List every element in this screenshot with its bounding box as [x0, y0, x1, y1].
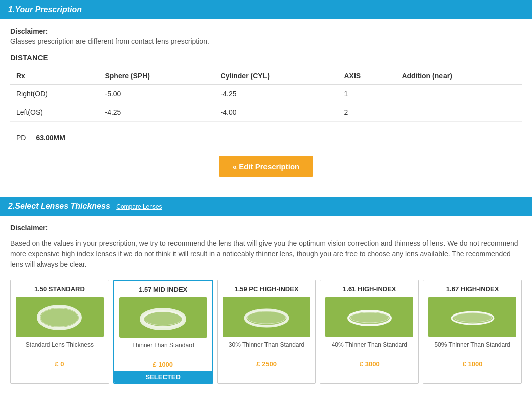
lens-img-159 [223, 297, 311, 337]
row-left-sphere: -4.25 [99, 103, 214, 122]
lens-cards-container: 1.50 STANDARD Standard Lens Thickness £ … [10, 280, 522, 384]
lens-img-150 [16, 297, 104, 337]
svg-point-5 [247, 311, 286, 324]
col-cylinder: Cylinder (CYL) [215, 68, 338, 85]
lens-visual-161 [344, 303, 395, 331]
section2-header: 2.Select Lenses Thickness Compare Lenses [0, 197, 532, 216]
lens-card-150-title: 1.50 STANDARD [16, 285, 104, 293]
table-row: Left(OS) -4.25 -4.00 2 [10, 103, 522, 122]
lens-card-157-price: £ 1000 [119, 361, 207, 368]
lens-card-157-subtitle: Thinner Than Standard [119, 342, 207, 358]
table-row: Right(OD) -5.00 -4.25 1 [10, 85, 522, 103]
compare-lenses-link[interactable]: Compare Lenses [116, 203, 162, 210]
distance-label: DISTANCE [10, 53, 522, 62]
lens-visual-167 [448, 303, 498, 331]
lens-card-150[interactable]: 1.50 STANDARD Standard Lens Thickness £ … [10, 280, 109, 384]
edit-prescription-button[interactable]: « Edit Prescription [219, 156, 314, 177]
lens-card-159[interactable]: 1.59 PC HIGH-INDEX 30% Thinner Than Stan… [217, 280, 316, 384]
row-left-rx: Left(OS) [10, 103, 99, 122]
lens-description: Based on the values in your prescription… [10, 238, 522, 270]
lens-card-167-price: £ 1000 [428, 360, 516, 368]
pd-value: 63.00MM [36, 134, 65, 142]
row-right-addition [396, 85, 522, 103]
section2-title: 2.Select Lenses Thickness [8, 202, 110, 210]
disclaimer-label: Disclaimer: [10, 27, 522, 35]
svg-point-7 [350, 312, 389, 323]
lens-card-157-title: 1.57 MID INDEX [119, 286, 207, 293]
prescription-section: Disclaimer: Glasses prescription are dif… [0, 19, 532, 197]
lens-card-157[interactable]: 1.57 MID INDEX Thinner Than Standard £ 1… [113, 280, 213, 384]
lens-visual-159 [241, 303, 292, 331]
lens-card-167-title: 1.67 HIGH-INDEX [428, 285, 516, 293]
row-right-cylinder: -4.25 [215, 85, 338, 103]
lens-card-161[interactable]: 1.61 HIGH-INDEX 40% Thinner Than Standar… [320, 280, 419, 384]
disclaimer-text: Glasses prescription are different from … [10, 37, 522, 45]
lens-card-161-price: £ 3000 [325, 360, 413, 368]
row-right-rx: Right(OD) [10, 85, 99, 103]
lens-disclaimer-label: Disclaimer: [10, 224, 48, 232]
prescription-table: Rx Sphere (SPH) Cylinder (CYL) AXIS Addi… [10, 68, 522, 122]
col-addition: Addition (near) [396, 68, 522, 85]
col-rx: Rx [10, 68, 99, 85]
lens-selected-badge-157: SELECTED [114, 371, 212, 383]
section1-header: 1.Your Prescription [0, 0, 532, 19]
row-left-cylinder: -4.00 [215, 103, 338, 122]
lens-disclaimer: Disclaimer: [10, 224, 522, 232]
svg-point-3 [144, 311, 182, 325]
row-left-axis: 2 [338, 103, 396, 122]
lens-selection-section: Disclaimer: Based on the values in your … [0, 216, 532, 394]
section1-title: 1.Your Prescription [8, 5, 82, 14]
lens-card-167[interactable]: 1.67 HIGH-INDEX 50% Thinner Than Standar… [423, 280, 522, 384]
col-axis: AXIS [338, 68, 396, 85]
pd-row: PD 63.00MM [10, 130, 522, 146]
edit-btn-container: « Edit Prescription [10, 156, 522, 177]
col-sphere: Sphere (SPH) [99, 68, 214, 85]
row-right-axis: 1 [338, 85, 396, 103]
row-right-sphere: -5.00 [99, 85, 214, 103]
lens-card-167-subtitle: 50% Thinner Than Standard [428, 341, 516, 357]
lens-visual-157 [138, 304, 188, 332]
lens-card-150-price: £ 0 [16, 360, 104, 368]
lens-card-159-price: £ 2500 [223, 360, 311, 368]
svg-point-1 [40, 308, 78, 327]
lens-card-150-subtitle: Standard Lens Thickness [16, 341, 104, 357]
lens-img-167 [428, 297, 516, 337]
row-left-addition [396, 103, 522, 122]
lens-card-161-title: 1.61 HIGH-INDEX [325, 285, 413, 293]
lens-card-161-subtitle: 40% Thinner Than Standard [325, 341, 413, 357]
lens-img-157 [119, 297, 207, 338]
lens-card-159-subtitle: 30% Thinner Than Standard [223, 341, 311, 357]
lens-card-159-title: 1.59 PC HIGH-INDEX [223, 285, 311, 293]
svg-point-9 [454, 313, 492, 322]
pd-label: PD [16, 134, 26, 142]
lens-img-161 [325, 297, 413, 337]
lens-visual-150 [34, 303, 84, 331]
